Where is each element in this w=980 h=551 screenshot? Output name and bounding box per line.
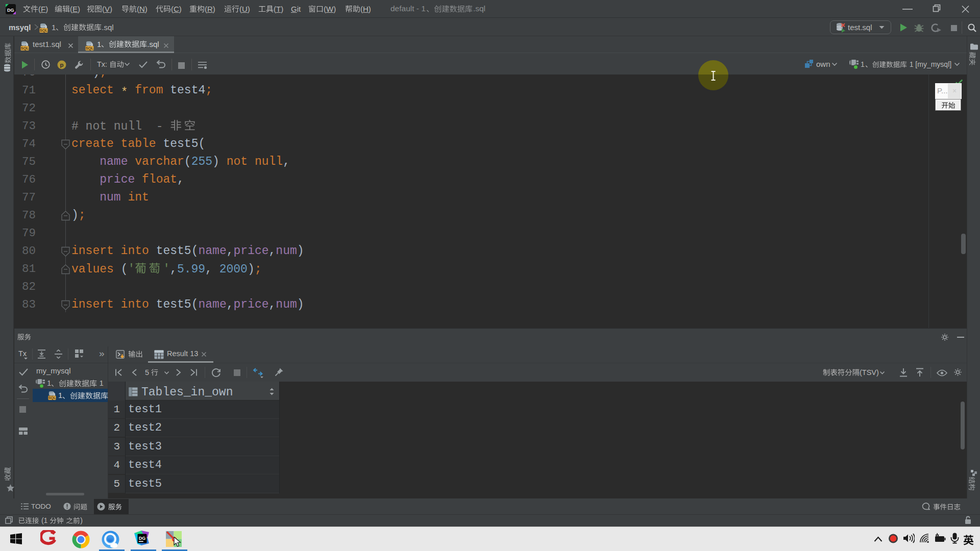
svg-text:SQL: SQL — [21, 46, 29, 51]
svg-text:p: p — [60, 62, 63, 68]
svg-text:DG: DG — [7, 8, 14, 13]
svg-text:SQL: SQL — [86, 46, 94, 51]
svg-text:SQL: SQL — [48, 396, 56, 400]
svg-text:SQL: SQL — [40, 28, 48, 33]
svg-text:DG: DG — [139, 536, 146, 541]
